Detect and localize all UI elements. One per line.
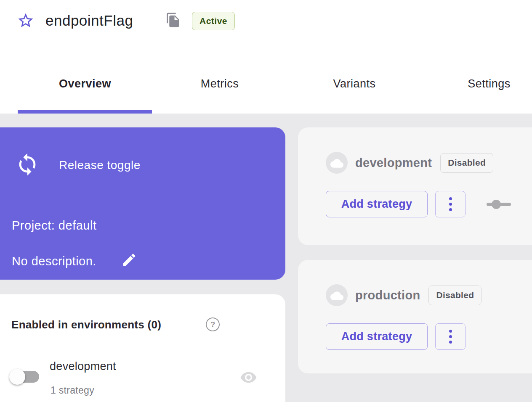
- environment-toggle[interactable]: [9, 369, 39, 385]
- content-area: Release toggle Project: default No descr…: [0, 114, 532, 402]
- more-options-button[interactable]: [435, 191, 466, 217]
- environment-row-name: development: [50, 360, 116, 373]
- status-badge: Active: [192, 12, 235, 30]
- feature-type-label: Release toggle: [59, 159, 141, 172]
- feature-tabbar: Overview Metrics Variants Settings: [18, 54, 532, 114]
- favorite-star-icon[interactable]: [17, 12, 35, 29]
- tab-metrics[interactable]: Metrics: [152, 54, 287, 114]
- environment-status-badge: Disabled: [428, 286, 481, 305]
- toggle-knob: [9, 369, 25, 385]
- environment-card-development: development Disabled Add strategy: [298, 127, 532, 245]
- environment-card-header: development Disabled: [326, 152, 532, 174]
- active-tab-underline: [18, 110, 152, 114]
- edit-description-icon[interactable]: [121, 252, 137, 268]
- environment-avatar: [326, 284, 348, 306]
- feature-info-card: Release toggle Project: default No descr…: [0, 127, 285, 280]
- kebab-icon: [449, 197, 452, 200]
- environment-card-header: production Disabled: [326, 284, 532, 306]
- feature-header: endpointFlag Active: [0, 0, 532, 54]
- environment-avatar: [326, 152, 348, 174]
- environment-name: development: [355, 156, 432, 170]
- enabled-environments-card: Enabled in environments (0) ? developmen…: [0, 294, 285, 402]
- add-strategy-button[interactable]: Add strategy: [326, 191, 428, 217]
- help-icon[interactable]: ?: [206, 317, 220, 331]
- cloud-icon: [330, 157, 343, 170]
- page-title: endpointFlag: [45, 12, 133, 29]
- kebab-icon: [449, 330, 452, 333]
- environment-card-actions: Add strategy: [326, 323, 532, 350]
- strategy-slider-icon: [487, 199, 511, 209]
- environment-card-actions: Add strategy: [326, 191, 532, 217]
- release-toggle-icon: [15, 152, 40, 177]
- tab-settings[interactable]: Settings: [422, 54, 532, 114]
- strategy-count: 1 strategy: [51, 385, 94, 396]
- enabled-environments-heading: Enabled in environments (0): [11, 318, 161, 331]
- copy-name-icon[interactable]: [165, 12, 181, 28]
- visibility-eye-icon[interactable]: [240, 369, 257, 386]
- environment-card-production: production Disabled Add strategy: [298, 260, 532, 373]
- tab-variants[interactable]: Variants: [287, 54, 422, 114]
- description-label: No description.: [12, 254, 96, 268]
- add-strategy-button[interactable]: Add strategy: [326, 323, 428, 350]
- environment-name: production: [355, 288, 420, 302]
- cloud-icon: [330, 289, 343, 302]
- project-label: Project: default: [12, 219, 96, 233]
- tab-overview[interactable]: Overview: [18, 54, 152, 114]
- environment-status-badge: Disabled: [440, 153, 493, 173]
- more-options-button[interactable]: [435, 323, 466, 350]
